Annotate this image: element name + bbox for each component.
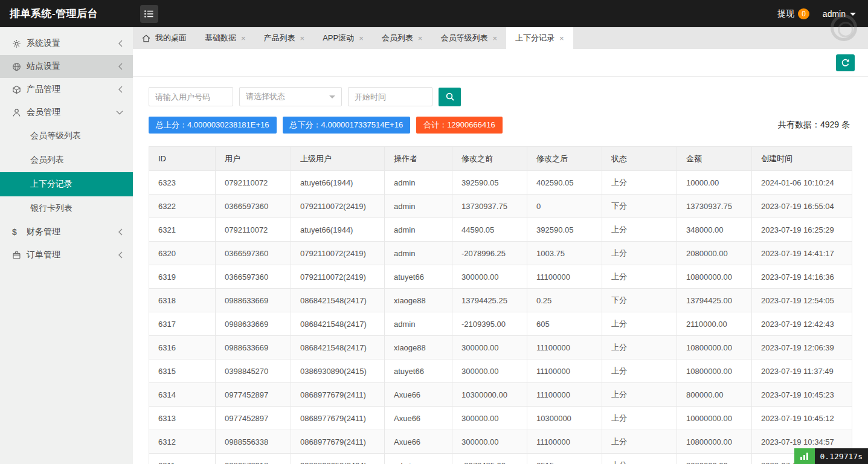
table-cell: Axue66	[385, 430, 452, 454]
refresh-button[interactable]	[836, 54, 855, 71]
close-icon[interactable]: ×	[559, 34, 564, 42]
table-header-row: ID用户上级用户操作者修改之前修改之后状态金额创建时间	[149, 147, 852, 171]
table-cell: 2024-01-06 10:10:24	[752, 171, 852, 195]
table-cell: 2110000.00	[677, 312, 752, 336]
table-cell: 上分	[602, 171, 677, 195]
tab-item[interactable]: 会员等级列表×	[431, 27, 506, 49]
table-cell: 6323	[149, 171, 216, 195]
sidebar-item[interactable]: 站点设置	[0, 55, 133, 78]
table-row: 63230792110072atuyet66(1944)admin392590.…	[149, 171, 852, 195]
menu-toggle-button[interactable]	[140, 5, 158, 23]
product-icon	[12, 85, 27, 94]
sidebar-subitem-label: 会员等级列表	[30, 130, 81, 141]
tab-label: APP滚动	[323, 33, 354, 44]
trace-chart-icon[interactable]	[794, 448, 815, 464]
table-cell: 0792110072(2419)	[291, 242, 385, 265]
column-header: 修改之后	[527, 147, 602, 171]
sidebar-item[interactable]: 订单管理	[0, 243, 133, 266]
table-cell: 0	[527, 195, 602, 218]
chevron-down-icon	[116, 110, 123, 115]
table-cell: 6318	[149, 289, 216, 312]
sidebar-subitem[interactable]: 银行卡列表	[0, 196, 133, 221]
table-cell: 800000.00	[677, 383, 752, 407]
table-cell: 2023-07-19 14:16:36	[752, 265, 852, 289]
watermark-logo	[831, 14, 857, 41]
topbar-right: 提现 0 admin	[777, 8, 868, 19]
stats-bar: 总上分：4.0000030238181E+16 总下分：4.0000017337…	[149, 117, 852, 134]
tab-item[interactable]: 产品列表×	[255, 27, 314, 49]
order-icon	[12, 251, 27, 260]
table-cell: 6312	[149, 430, 216, 454]
table-cell: admin	[385, 195, 452, 218]
table-cell: 402590.05	[527, 171, 602, 195]
table-cell: 9933893653(2404)	[291, 454, 385, 464]
table-cell: 0386930890(2415)	[291, 359, 385, 383]
table-cell: 6322	[149, 195, 216, 218]
table-cell: 44590.05	[452, 218, 527, 242]
close-icon[interactable]: ×	[418, 34, 423, 42]
withdraw-link[interactable]: 提现 0	[777, 8, 809, 19]
table-cell: 0398845270	[216, 359, 291, 383]
column-header: 操作者	[385, 147, 452, 171]
table-cell: 6311	[149, 454, 216, 464]
table-cell: 6313	[149, 407, 216, 430]
user-number-input[interactable]	[149, 87, 233, 106]
list-icon	[144, 10, 154, 18]
status-select-value: 请选择状态	[246, 91, 329, 102]
gear-icon	[12, 39, 27, 48]
sidebar-subitem[interactable]: 上下分记录	[0, 172, 133, 196]
table-cell: admin	[385, 454, 452, 464]
chevron-down-icon	[329, 95, 335, 98]
search-button[interactable]	[439, 88, 461, 106]
table-cell: 10300000.00	[452, 383, 527, 407]
status-select[interactable]: 请选择状态	[239, 87, 342, 106]
table-cell: atuyet66	[385, 359, 452, 383]
table-cell: 11100000	[527, 359, 602, 383]
column-header: 创建时间	[752, 147, 852, 171]
sidebar-subitem[interactable]: 会员列表	[0, 148, 133, 172]
close-icon[interactable]: ×	[241, 34, 246, 42]
tab-item[interactable]: APP滚动×	[313, 27, 373, 49]
table-cell: 300000.00	[452, 265, 527, 289]
chevron-down-icon	[850, 13, 856, 16]
page-load-time: 0.129717s	[815, 448, 868, 464]
trace-bar: 0.129717s	[794, 448, 868, 464]
sidebar-subitem[interactable]: 会员等级列表	[0, 124, 133, 148]
sidebar-item[interactable]: 系统设置	[0, 32, 133, 55]
table-cell: 300000.00	[452, 359, 527, 383]
table-cell: 6316	[149, 336, 216, 359]
close-icon[interactable]: ×	[492, 34, 497, 42]
sidebar-item-label: 订单管理	[27, 250, 118, 260]
table-cell: 13730937.75	[677, 195, 752, 218]
sidebar-item[interactable]: $财务管理	[0, 221, 133, 243]
table-cell: 348000.00	[677, 218, 752, 242]
table-cell: 0868977679(2411)	[291, 430, 385, 454]
tab-label: 会员列表	[382, 33, 413, 44]
sidebar-item[interactable]: 产品管理	[0, 78, 133, 101]
table-body: 63230792110072atuyet66(1944)admin392590.…	[149, 171, 852, 464]
start-time-input[interactable]	[348, 87, 432, 106]
tab-item[interactable]: 基础数据×	[196, 27, 255, 49]
table-cell: 下分	[602, 289, 677, 312]
chevron-left-icon	[118, 228, 123, 236]
table-cell: 0988633669	[216, 336, 291, 359]
tab-label: 上下分记录	[515, 33, 555, 44]
table-cell: 392590.05	[452, 171, 527, 195]
finance-icon: $	[12, 227, 27, 237]
close-icon[interactable]: ×	[300, 34, 305, 42]
table-cell: 2023-07-19 10:45:23	[752, 383, 852, 407]
tab-item[interactable]: 会员列表×	[373, 27, 432, 49]
table-row: 63210792110072atuyet66(1944)admin44590.0…	[149, 218, 852, 242]
table-cell: 11100000	[527, 336, 602, 359]
close-icon[interactable]: ×	[359, 34, 364, 42]
table-row: 632203665973600792110072(2419)admin13730…	[149, 195, 852, 218]
tab-item[interactable]: 我的桌面	[133, 27, 196, 49]
table-cell: 11100000	[527, 265, 602, 289]
chevron-left-icon	[118, 251, 123, 259]
tab-item[interactable]: 上下分记录×	[506, 27, 573, 49]
table-cell: 11100000	[527, 383, 602, 407]
table-cell: 0868421548(2417)	[291, 289, 385, 312]
table-cell: 0792110072	[216, 218, 291, 242]
refresh-icon	[841, 59, 850, 68]
sidebar-item[interactable]: 会员管理	[0, 101, 133, 124]
